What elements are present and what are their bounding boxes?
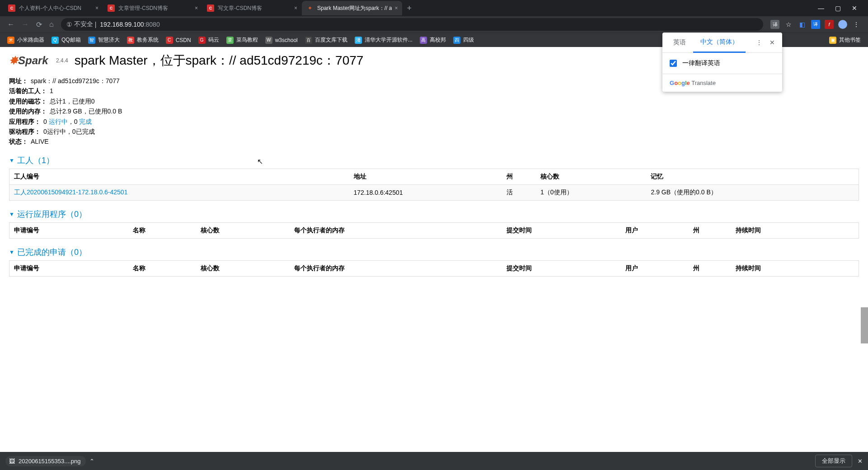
page-title: spark Master，位于spark：// ad51cd97219c：707… bbox=[75, 52, 364, 69]
col-header[interactable]: 州 bbox=[689, 222, 731, 238]
worker-id-link[interactable]: 工人20200615094921-172.18.0.6-42501 bbox=[14, 188, 127, 196]
bookmark-item[interactable]: G码云 bbox=[195, 36, 223, 44]
tab-title: Spark Master网址为spark：// a bbox=[317, 5, 392, 12]
bookmark-item[interactable]: 教教务系统 bbox=[123, 36, 162, 44]
menu-icon[interactable]: ⋮ bbox=[852, 20, 861, 29]
close-icon[interactable]: ✕ bbox=[769, 39, 775, 46]
spark-favicon: ✦ bbox=[306, 5, 314, 12]
forward-button[interactable]: → bbox=[18, 20, 33, 28]
profile-avatar[interactable] bbox=[838, 20, 847, 29]
bookmark-item[interactable]: 百百度文库下载 bbox=[301, 36, 351, 44]
translate-popup: 英语 中文（简体） ⋮ ✕ 一律翻译英语 Google Translate bbox=[662, 33, 782, 92]
col-header[interactable]: 用户 bbox=[621, 260, 689, 276]
bookmark-item[interactable]: 米小米路由器 bbox=[4, 36, 48, 44]
col-header[interactable]: 每个执行者的内存 bbox=[290, 260, 502, 276]
completed-apps-section-toggle[interactable]: ▼已完成的申请（0） bbox=[9, 247, 859, 258]
browser-tab[interactable]: C 写文章-CSDN博客 × bbox=[202, 1, 302, 15]
close-icon[interactable]: × bbox=[294, 5, 297, 11]
spark-version: 2.4.4 bbox=[56, 57, 68, 64]
close-icon[interactable]: × bbox=[195, 5, 198, 11]
col-header[interactable]: 申请编号 bbox=[9, 260, 128, 276]
col-header[interactable]: 核心数 bbox=[536, 169, 646, 184]
bookmark-icon: Q bbox=[52, 37, 59, 44]
security-indicator[interactable]: ① 不安全 | bbox=[66, 20, 97, 28]
caret-down-icon: ▼ bbox=[9, 157, 14, 164]
url-host: 192.168.99.100 bbox=[100, 21, 144, 28]
col-header[interactable]: 提交时间 bbox=[502, 260, 621, 276]
always-translate-label: 一律翻译英语 bbox=[682, 59, 720, 67]
bookmark-item[interactable]: QQQ邮箱 bbox=[48, 36, 84, 44]
star-icon[interactable]: ☆ bbox=[784, 20, 793, 29]
omnibox[interactable]: ① 不安全 | 192.168.99.100:8080 bbox=[61, 18, 763, 31]
workers-section-toggle[interactable]: ▼工人（1） bbox=[9, 155, 859, 166]
always-translate-checkbox[interactable] bbox=[670, 60, 677, 67]
home-button[interactable]: ⌂ bbox=[46, 20, 57, 28]
flash-icon[interactable]: f bbox=[825, 20, 834, 29]
close-icon[interactable]: × bbox=[95, 5, 99, 11]
col-header[interactable]: 持续时间 bbox=[731, 260, 859, 276]
address-bar: ← → ⟳ ⌂ ① 不安全 | 192.168.99.100:8080 译 ☆ … bbox=[0, 16, 868, 33]
col-header[interactable]: 名称 bbox=[128, 222, 196, 238]
col-header[interactable]: 州 bbox=[689, 260, 731, 276]
col-header[interactable]: 用户 bbox=[621, 222, 689, 238]
window-minimize-icon[interactable]: — bbox=[818, 5, 824, 12]
spark-logo: ✸Spark bbox=[9, 52, 50, 70]
completed-apps-table: 申请编号 名称 核心数 每个执行者的内存 提交时间 用户 州 持续时间 bbox=[9, 260, 859, 277]
bookmark-item[interactable]: 清清华大学开源软件... bbox=[351, 36, 416, 44]
close-icon[interactable]: × bbox=[394, 5, 398, 11]
bookmark-icon: 四 bbox=[453, 37, 460, 44]
bookmark-item[interactable]: 菜菜鸟教程 bbox=[223, 36, 262, 44]
col-header[interactable]: 持续时间 bbox=[731, 222, 859, 238]
translate-icon[interactable]: 译 bbox=[770, 20, 779, 29]
browser-tab-active[interactable]: ✦ Spark Master网址为spark：// a × bbox=[302, 1, 402, 15]
bookmark-icon: W bbox=[265, 37, 272, 44]
back-button[interactable]: ← bbox=[4, 20, 18, 28]
other-bookmarks[interactable]: ▣其他书签 bbox=[826, 36, 864, 44]
col-header[interactable]: 州 bbox=[502, 169, 536, 184]
bookmark-item[interactable]: Ww3school bbox=[262, 37, 301, 44]
col-header[interactable]: 核心数 bbox=[196, 260, 290, 276]
bookmark-item[interactable]: 高高校邦 bbox=[416, 36, 450, 44]
completed-apps-link[interactable]: 完成 bbox=[79, 118, 92, 125]
browser-tab[interactable]: C 文章管理-CSDN博客 × bbox=[103, 1, 202, 15]
translate-tab-english[interactable]: 英语 bbox=[666, 33, 693, 52]
window-close-icon[interactable]: ✕ bbox=[852, 5, 857, 12]
running-apps-link[interactable]: 运行中 bbox=[49, 118, 68, 125]
col-header[interactable]: 地址 bbox=[349, 169, 502, 184]
extension-icon[interactable]: 译 bbox=[811, 20, 820, 29]
bookmark-item[interactable]: CCSDN bbox=[162, 37, 195, 44]
bookmark-icon: C bbox=[166, 37, 173, 44]
tab-title: 写文章-CSDN博客 bbox=[218, 5, 291, 12]
col-header[interactable]: 申请编号 bbox=[9, 222, 128, 238]
bookmark-icon: 教 bbox=[127, 37, 134, 44]
col-header[interactable]: 名称 bbox=[128, 260, 196, 276]
url-port: :8080 bbox=[144, 21, 160, 28]
window-maximize-icon[interactable]: ▢ bbox=[835, 5, 841, 12]
bookmark-icon: 智 bbox=[88, 37, 95, 44]
col-header[interactable]: 工人编号 bbox=[9, 169, 349, 184]
folder-icon: ▣ bbox=[829, 37, 836, 44]
col-header[interactable]: 核心数 bbox=[196, 222, 290, 238]
csdn-favicon: C bbox=[207, 5, 214, 12]
new-tab-button[interactable]: + bbox=[402, 4, 416, 13]
tab-title: 文章管理-CSDN博客 bbox=[118, 5, 192, 12]
caret-down-icon: ▼ bbox=[9, 211, 14, 217]
bookmark-icon: G bbox=[198, 37, 206, 44]
menu-icon[interactable]: ⋮ bbox=[756, 39, 762, 46]
running-apps-section-toggle[interactable]: ▼运行应用程序（0） bbox=[9, 209, 859, 220]
extension-icon[interactable]: ◧ bbox=[798, 20, 807, 29]
browser-tab[interactable]: C 个人资料-个人中心-CSDN × bbox=[4, 1, 103, 15]
reload-button[interactable]: ⟳ bbox=[33, 20, 46, 29]
bookmark-icon: 米 bbox=[7, 37, 14, 44]
caret-down-icon: ▼ bbox=[9, 249, 14, 255]
col-header[interactable]: 每个执行者的内存 bbox=[290, 222, 502, 238]
translate-tab-chinese[interactable]: 中文（简体） bbox=[693, 33, 746, 53]
bookmark-item[interactable]: 智智慧济大 bbox=[84, 36, 123, 44]
bookmark-icon: 百 bbox=[305, 37, 312, 44]
bookmark-icon: 菜 bbox=[226, 37, 234, 44]
tab-title: 个人资料-个人中心-CSDN bbox=[19, 5, 93, 12]
table-row: 工人20200615094921-172.18.0.6-42501 172.18… bbox=[9, 184, 859, 200]
col-header[interactable]: 记忆 bbox=[646, 169, 859, 184]
bookmark-item[interactable]: 四四级 bbox=[450, 36, 478, 44]
col-header[interactable]: 提交时间 bbox=[502, 222, 621, 238]
